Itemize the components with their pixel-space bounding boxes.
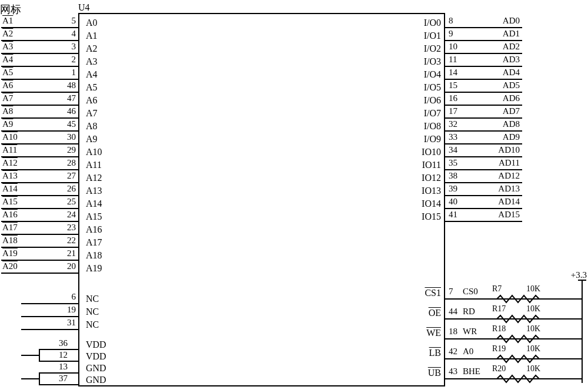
resistor-icon xyxy=(491,374,545,384)
pin-name: IO12 xyxy=(422,173,441,183)
pin-number: 22 xyxy=(67,236,76,246)
resistor-value: 10K xyxy=(526,364,540,374)
ctrl-row: 44RDR1710K xyxy=(445,301,583,320)
pin-number: 16 xyxy=(449,93,457,103)
pin-name: VDD xyxy=(86,351,106,362)
pin-name: I/O8 xyxy=(424,121,441,132)
pin-number: 48 xyxy=(67,80,76,90)
pin-number: 44 xyxy=(449,307,457,317)
pin-number: 23 xyxy=(67,223,76,233)
pin-name: GND xyxy=(86,363,106,374)
pin-name: OE xyxy=(429,308,441,318)
net-label: A2 xyxy=(2,29,13,39)
addr-net-row: A648 xyxy=(1,80,78,93)
pin-number: 11 xyxy=(449,55,457,65)
ctrl-row: 43BHER2010K xyxy=(445,361,583,379)
addr-net-row: A945 xyxy=(1,119,78,132)
pin-name: I/O1 xyxy=(424,31,441,41)
pin-name: WE xyxy=(426,328,441,338)
pin-number: 9 xyxy=(449,29,453,39)
pin-name: IO11 xyxy=(422,160,441,170)
net-label: A13 xyxy=(2,171,18,181)
pin-name: I/O7 xyxy=(424,108,441,119)
pin-name: A16 xyxy=(86,224,102,235)
nc-stub: 31 xyxy=(21,317,78,330)
net-label: A0 xyxy=(463,347,473,357)
net-label: AD10 xyxy=(498,145,520,155)
pin-number: 39 xyxy=(449,184,457,194)
io-net-row: 8AD0 xyxy=(445,15,522,28)
pin-name: IO14 xyxy=(422,199,441,209)
net-label: RD xyxy=(463,307,475,317)
addr-net-row: A1228 xyxy=(1,157,78,170)
addr-net-row: A1129 xyxy=(1,144,78,157)
pin-name: I/O9 xyxy=(424,134,441,144)
addr-net-row: A15 xyxy=(1,15,78,28)
net-label: AD13 xyxy=(498,184,520,194)
net-label: AD7 xyxy=(503,106,520,116)
pin-number: 18 xyxy=(449,327,457,337)
addr-net-row: A33 xyxy=(1,41,78,54)
pin-name: IO15 xyxy=(422,211,441,222)
addr-net-row: A1030 xyxy=(1,132,78,144)
pin-number: 15 xyxy=(449,80,457,90)
wire xyxy=(1,273,78,274)
addr-net-row: A1624 xyxy=(1,209,78,222)
net-label: A5 xyxy=(2,68,13,78)
wire xyxy=(445,221,522,222)
net-label: A10 xyxy=(2,132,18,142)
pin-number: 3 xyxy=(72,42,76,52)
net-label: A1 xyxy=(2,16,13,26)
addr-net-row: A2020 xyxy=(1,261,78,274)
ctrl-row: 18WRR1810K xyxy=(445,321,583,339)
pin-name: A7 xyxy=(86,108,98,119)
pin-number: 46 xyxy=(67,106,76,116)
addr-net-row: A51 xyxy=(1,67,78,80)
io-net-row: 33AD9 xyxy=(445,132,522,144)
pin-number: 30 xyxy=(67,132,76,142)
pin-name: A17 xyxy=(86,237,102,248)
net-label: A20 xyxy=(2,261,18,271)
pin-name: A3 xyxy=(86,56,98,67)
pin-name: I/O3 xyxy=(424,56,441,67)
addr-net-row: A1426 xyxy=(1,183,78,196)
net-label: A17 xyxy=(2,223,18,233)
io-net-row: 39AD13 xyxy=(445,183,522,196)
pin-number: 17 xyxy=(449,106,457,116)
pin-number: 10 xyxy=(449,42,457,52)
pin-name: I/O0 xyxy=(424,18,441,28)
io-net-row: 9AD1 xyxy=(445,28,522,41)
pin-name: CS1 xyxy=(425,288,441,298)
pin-name: A18 xyxy=(86,250,102,261)
pin-number: 33 xyxy=(449,132,457,142)
net-label: A12 xyxy=(2,158,18,168)
pin-name: A8 xyxy=(86,121,98,132)
pin-number: 28 xyxy=(67,158,76,168)
vcc-bus xyxy=(582,280,583,383)
pin-number: 34 xyxy=(449,145,457,155)
pin-name: UB xyxy=(428,368,441,378)
pin-name: GND xyxy=(86,375,106,385)
net-label: AD4 xyxy=(503,68,520,78)
net-label: WR xyxy=(463,327,477,337)
resistor-ref: R18 xyxy=(492,324,506,334)
pin-name: NC xyxy=(86,307,99,317)
io-net-row: 41AD15 xyxy=(445,209,522,222)
io-net-row: 14AD4 xyxy=(445,67,522,80)
net-label: A8 xyxy=(2,106,13,116)
net-label: AD3 xyxy=(503,55,520,65)
pin-number: 1 xyxy=(72,68,76,78)
wire xyxy=(21,378,39,379)
addr-net-row: A1921 xyxy=(1,248,78,261)
pin-number: 5 xyxy=(72,16,76,26)
pin-name: A2 xyxy=(86,43,98,54)
resistor-value: 10K xyxy=(526,304,540,314)
net-label: A15 xyxy=(2,197,18,207)
addr-net-row: A1525 xyxy=(1,196,78,209)
pin-name: I/O2 xyxy=(424,43,441,54)
pin-name: I/O4 xyxy=(424,69,441,80)
resistor-ref: R20 xyxy=(492,364,506,374)
pin-name: A11 xyxy=(86,160,102,170)
addr-net-row: A24 xyxy=(1,28,78,41)
resistor-value: 10K xyxy=(526,344,540,354)
